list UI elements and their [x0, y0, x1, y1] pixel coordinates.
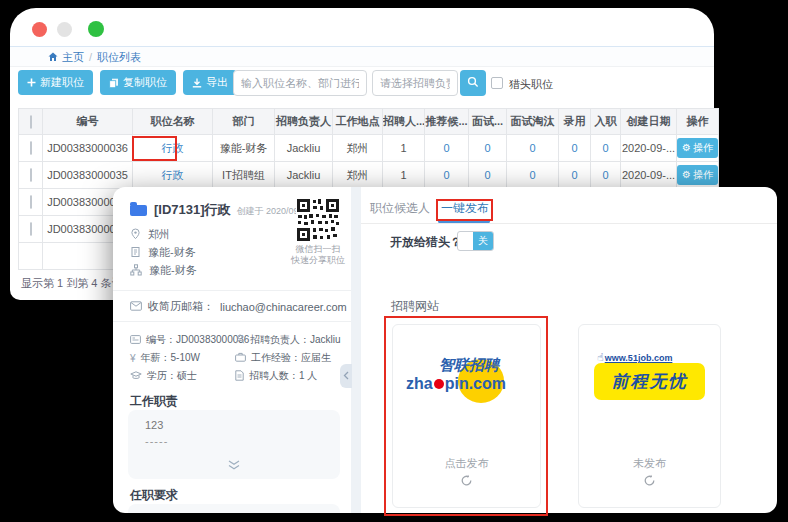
headhunter-checkbox-label: 猎头职位: [509, 77, 553, 92]
created-date: 创建于 2020/09: [237, 206, 299, 216]
51job-publish-status: 未发布: [579, 456, 720, 471]
window-close-button[interactable]: [32, 22, 47, 37]
search-icon: [467, 76, 479, 91]
owner-select-input[interactable]: [372, 70, 458, 96]
field-label: 年薪：: [141, 352, 171, 363]
field-label: 编号：: [146, 334, 176, 345]
plus-icon: [27, 78, 36, 87]
tab-one-click-publish[interactable]: 一键发布: [441, 200, 489, 217]
detail-org: 豫能-财务: [149, 263, 197, 278]
folder-icon: [130, 205, 147, 216]
field-value: 1 人: [299, 370, 317, 381]
email-value: liuchao@chinacareer.com: [220, 301, 347, 313]
position-title: [ID7131]行政: [154, 202, 231, 217]
duty-text-line2: -----: [145, 435, 168, 447]
zhaopin-logo-dot: [434, 379, 444, 389]
refresh-icon[interactable]: [579, 473, 720, 491]
search-input[interactable]: [233, 70, 367, 96]
toggle-off-state: 关: [473, 232, 493, 250]
expand-chevrons-icon[interactable]: [128, 457, 340, 475]
position-detail-panel: [ID7131]行政创建于 2020/09: [113, 187, 777, 513]
department-icon: [130, 246, 141, 260]
breadcrumb: 主页/职位列表: [10, 46, 714, 67]
table-header-row: 编号职位名称 部门招聘负责人 工作地点招聘人... 推荐候...面试... 面试…: [19, 109, 719, 135]
org-structure-icon: [130, 264, 142, 278]
requirement-section-title: 任职要求: [130, 487, 178, 504]
select-all-checkbox[interactable]: [30, 115, 32, 129]
id-card-icon: [130, 335, 141, 346]
qr-caption-line2: 快速分享职位: [273, 255, 363, 266]
copy-position-button[interactable]: 复制职位: [100, 70, 176, 95]
table-row: JD00383000036行政 豫能-财务Jackliu 郑州1 0 0 0 0…: [19, 135, 719, 162]
mail-icon: [130, 301, 142, 313]
requirement-card: [128, 504, 340, 513]
table-row: JD00383000035行政 IT招聘组Jackliu 郑州1 0 0 0 0…: [19, 162, 719, 189]
duty-card: 123 -----: [128, 410, 340, 479]
row-action-button[interactable]: ⚙操作: [677, 165, 718, 185]
zhaopin-logo: 智联招聘 zhapin.com: [406, 357, 528, 405]
toolbar: 新建职位 复制职位 导出 导出附件: [10, 70, 714, 98]
headhunter-checkbox[interactable]: [491, 77, 503, 89]
home-icon: [48, 48, 58, 68]
51job-logo-box: 前程无忧: [594, 363, 705, 400]
row-checkbox[interactable]: [30, 168, 32, 182]
detail-tabs: 职位候选人 一键发布: [361, 187, 777, 224]
zhaopin-logo-en: zhapin.com: [406, 375, 506, 393]
publish-right-pane: 职位候选人 一键发布 开放给猎头？ 关 招聘网站 智联招聘 zhapin.com…: [361, 187, 777, 513]
email-label: 收简历邮箱：: [148, 299, 214, 314]
tab-candidates[interactable]: 职位候选人: [370, 200, 430, 217]
field-label: 学历：: [147, 370, 177, 381]
breadcrumb-home[interactable]: 主页: [62, 51, 84, 63]
field-value: 应届生: [301, 352, 331, 363]
breadcrumb-current: 职位列表: [97, 51, 141, 63]
active-tab-underline: [438, 220, 490, 223]
window-maximize-button[interactable]: [88, 21, 104, 37]
row-checkbox[interactable]: [30, 141, 32, 155]
location-pin-icon: [130, 228, 141, 242]
zhaopin-logo-cn: 智联招聘: [439, 356, 499, 375]
row-checkbox[interactable]: [30, 195, 32, 209]
new-position-button[interactable]: 新建职位: [18, 70, 93, 95]
duty-text-line1: 123: [145, 419, 163, 431]
refresh-icon[interactable]: [393, 473, 540, 491]
detail-location: 郑州: [148, 227, 170, 242]
graduation-cap-icon: [130, 371, 142, 382]
field-value: Jackliu: [310, 334, 341, 345]
gear-icon: ⚙: [682, 143, 691, 153]
field-label: 招聘人数：: [249, 370, 299, 381]
collapse-panel-handle[interactable]: [340, 364, 352, 388]
field-label: 工作经验：: [251, 352, 301, 363]
copy-icon: [109, 78, 119, 88]
field-value: 5-10W: [171, 352, 200, 363]
search-button[interactable]: [460, 70, 486, 96]
qr-caption-line1: 微信扫一扫: [273, 244, 363, 255]
headhunter-toggle[interactable]: 关: [457, 231, 494, 251]
qr-code: [296, 198, 340, 242]
headcount-doc-icon: [235, 370, 244, 383]
detail-left-pane: [ID7131]行政创建于 2020/09: [113, 187, 351, 513]
person-icon: [235, 334, 245, 346]
zhaopin-publish-status[interactable]: 点击发布: [393, 456, 540, 471]
field-value: 硕士: [177, 370, 197, 381]
duty-section-title: 工作职责: [130, 393, 178, 410]
chevron-left-icon: [343, 371, 349, 382]
salary-icon: ¥: [130, 353, 136, 364]
detail-department: 豫能-财务: [148, 245, 196, 260]
export-icon: [192, 78, 202, 88]
pane-divider: [351, 187, 361, 513]
site-card-51job[interactable]: ☝www.51job.com 前程无忧 未发布: [578, 324, 721, 508]
51job-logo: ☝www.51job.com 前程无忧: [594, 351, 707, 407]
export-button[interactable]: 导出: [183, 70, 237, 95]
recruitment-sites-label: 招聘网站: [391, 298, 439, 315]
briefcase-icon: [235, 352, 246, 364]
gear-icon: ⚙: [682, 170, 691, 180]
site-card-zhaopin[interactable]: 智联招聘 zhapin.com 点击发布: [392, 324, 541, 508]
window-minimize-button[interactable]: [57, 22, 72, 37]
field-label: 招聘负责人：: [250, 334, 310, 345]
row-checkbox[interactable]: [30, 222, 32, 236]
row-action-button[interactable]: ⚙操作: [677, 138, 718, 158]
open-to-headhunter-label: 开放给猎头？: [390, 234, 462, 251]
screenshot-stage: 主页/职位列表 新建职位 复制职位 导出 导出附件: [0, 0, 788, 522]
